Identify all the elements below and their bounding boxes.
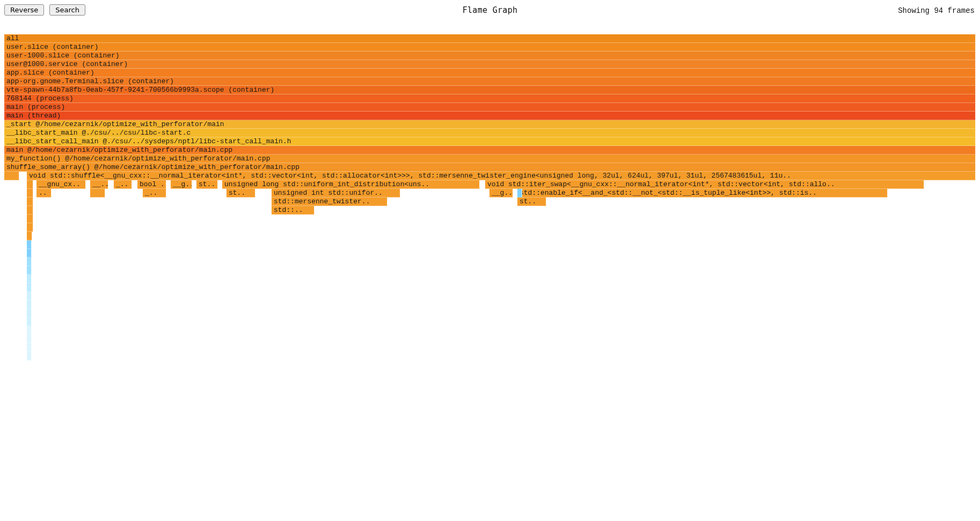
flame-frame[interactable] xyxy=(27,197,33,206)
flame-frame[interactable] xyxy=(27,292,32,300)
flame-frame[interactable]: 768144 (process) xyxy=(4,94,976,103)
flame-frame[interactable]: user-1000.slice (container) xyxy=(4,52,976,60)
flame-frame[interactable] xyxy=(27,249,32,258)
flame-frame[interactable] xyxy=(27,232,32,240)
flame-frame[interactable]: st.. xyxy=(196,180,218,189)
flame-frame[interactable]: std::.. xyxy=(272,206,315,215)
status-frames: Showing 94 frames xyxy=(898,6,975,15)
flame-frame[interactable]: app-org.gnome.Terminal.slice (container) xyxy=(4,77,976,86)
flame-frame[interactable]: st.. xyxy=(226,189,255,197)
flame-frame[interactable] xyxy=(27,206,33,215)
flame-frame[interactable]: unsigned long std::uniform_int_distribut… xyxy=(222,180,480,189)
flame-frame[interactable] xyxy=(27,275,32,283)
page-title: Flame Graph xyxy=(0,5,980,15)
flame-frame[interactable] xyxy=(27,180,33,189)
flame-frame[interactable]: void std::iter_swap<__gnu_cxx::__normal_… xyxy=(485,180,924,189)
flame-frame[interactable] xyxy=(27,223,33,232)
flame-frame[interactable] xyxy=(27,318,32,326)
flame-frame[interactable]: main @/home/cezarnik/optimize_with_perfo… xyxy=(4,146,976,155)
flame-frame[interactable]: unsigned int std::unifor.. xyxy=(272,189,400,197)
flame-frame[interactable]: _.. xyxy=(143,189,166,197)
flame-graph[interactable]: alluser.slice (container)user-1000.slice… xyxy=(4,34,976,378)
flame-frame[interactable]: bool .. xyxy=(137,180,166,189)
flame-frame[interactable]: user@1000.service (container) xyxy=(4,60,976,69)
flame-frame[interactable]: app.slice (container) xyxy=(4,69,976,77)
flame-frame[interactable]: .. xyxy=(36,189,52,197)
flame-frame[interactable] xyxy=(27,283,32,292)
flame-frame[interactable]: _.. xyxy=(114,180,132,189)
flame-frame[interactable]: __libc_start_call_main @./csu/../sysdeps… xyxy=(4,137,976,146)
flame-frame[interactable] xyxy=(27,326,32,335)
flame-frame[interactable]: shuffle_some_array() @/home/cezarnik/opt… xyxy=(4,163,976,172)
flame-frame[interactable] xyxy=(27,300,32,309)
flame-frame[interactable] xyxy=(4,172,19,180)
flame-frame[interactable] xyxy=(27,309,32,318)
flame-frame[interactable] xyxy=(27,240,32,249)
flame-frame[interactable] xyxy=(27,189,33,197)
flame-frame[interactable]: user.slice (container) xyxy=(4,43,976,52)
flame-frame[interactable]: __.. xyxy=(90,180,108,189)
flame-frame[interactable]: std::mersenne_twister.. xyxy=(272,197,387,206)
flame-frame[interactable] xyxy=(27,215,33,223)
flame-frame[interactable] xyxy=(90,189,105,197)
flame-frame[interactable] xyxy=(27,343,32,352)
flame-frame[interactable]: _start @/home/cezarnik/optimize_with_per… xyxy=(4,120,976,129)
flame-frame[interactable]: vte-spawn-44b7a8fb-0eab-457f-9241-700566… xyxy=(4,86,976,94)
flame-frame[interactable]: __g.. xyxy=(489,189,513,197)
flame-frame[interactable]: void std::shuffle<__gnu_cxx::__normal_it… xyxy=(27,172,976,180)
flame-frame[interactable] xyxy=(27,258,32,266)
flame-frame[interactable] xyxy=(27,352,32,361)
flame-frame[interactable]: main (process) xyxy=(4,103,976,112)
flame-frame[interactable]: my_function() @/home/cezarnik/optimize_w… xyxy=(4,155,976,163)
flame-frame[interactable]: __libc_start_main @./csu/../csu/libc-sta… xyxy=(4,129,976,137)
header: Reverse Search Flame Graph Showing 94 fr… xyxy=(0,0,980,20)
flame-frame[interactable]: __gnu_cx.. xyxy=(36,180,86,189)
flame-frame[interactable] xyxy=(27,335,32,343)
flame-frame[interactable]: main (thread) xyxy=(4,112,976,120)
flame-frame[interactable] xyxy=(27,266,32,275)
flame-frame[interactable]: std::enable_if<__and_<std::__not_<std::_… xyxy=(517,189,888,197)
flame-frame[interactable]: st.. xyxy=(517,197,546,206)
flame-frame[interactable] xyxy=(517,189,522,197)
flame-frame[interactable]: all xyxy=(4,34,976,43)
flame-frame[interactable]: __g.. xyxy=(171,180,192,189)
